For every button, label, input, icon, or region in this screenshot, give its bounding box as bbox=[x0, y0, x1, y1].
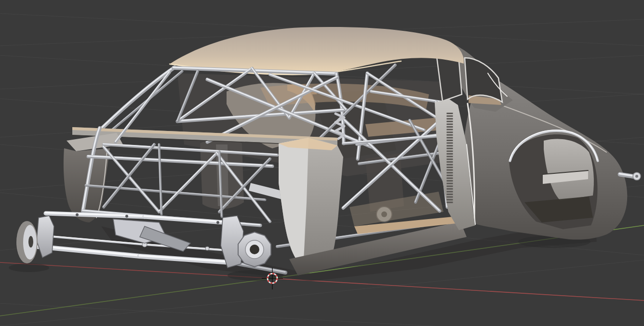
arm-bolt[interactable] bbox=[216, 221, 219, 224]
left-hub-bore[interactable] bbox=[28, 236, 33, 248]
arm-bolt[interactable] bbox=[125, 215, 128, 218]
viewport-canvas[interactable] bbox=[0, 0, 644, 326]
tie-rod-joint[interactable] bbox=[205, 247, 209, 250]
3d-viewport[interactable] bbox=[0, 0, 644, 326]
arm-bolt[interactable] bbox=[76, 213, 79, 216]
stub-axle-bore[interactable] bbox=[635, 175, 638, 178]
right-hub-bore[interactable] bbox=[250, 245, 259, 254]
hub-shadow bbox=[9, 263, 49, 272]
